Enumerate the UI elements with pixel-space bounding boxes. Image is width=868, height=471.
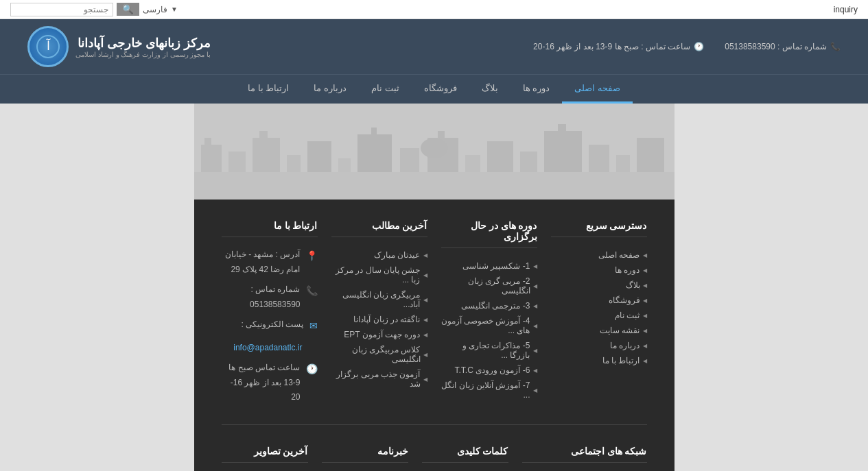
hours-info: 🕐 ساعت تماس : صبح ها 9-13 بعد از ظهر 16-… <box>533 42 704 51</box>
list-item[interactable]: 4- آموزش خصوصی آزمون های ... <box>441 313 537 338</box>
svg-rect-16 <box>465 155 480 172</box>
logo-area: مرکز زبانهای خارجی آپادانا با مجوز رسمی … <box>27 26 211 67</box>
list-item[interactable]: نقشه سایت <box>551 323 647 338</box>
gallery-title: آخرین تصاویر <box>222 446 308 463</box>
newsletter-title: خبرنامه <box>322 446 408 463</box>
location-icon: 📍 <box>306 247 318 265</box>
svg-rect-21 <box>589 145 609 172</box>
search-button[interactable]: 🔍 <box>117 3 139 16</box>
nav-item-register[interactable]: ثبت نام <box>359 75 412 104</box>
lang-dropdown-icon: ▼ <box>171 5 178 13</box>
footer-divider <box>222 424 647 425</box>
svg-rect-22 <box>616 155 630 172</box>
contact-address: آدرس : مشهد - خیابان امام رضا 42 پلاک 29 <box>222 247 301 277</box>
svg-rect-3 <box>201 145 222 172</box>
list-item[interactable]: فروشگاه <box>551 293 647 308</box>
phone-icon: 📞 <box>306 282 318 300</box>
svg-rect-18 <box>520 152 537 172</box>
list-item[interactable]: عیدتان مبارک <box>331 247 427 263</box>
svg-rect-9 <box>307 141 331 172</box>
list-item[interactable]: بلاگ <box>551 278 647 293</box>
list-item[interactable]: 3- مترجمی انگلیسی <box>441 298 537 313</box>
svg-rect-10 <box>338 158 351 172</box>
phone-icon: 📞 <box>830 42 841 51</box>
svg-rect-19 <box>544 131 582 172</box>
quick-access-list: صفحه اصلی دوره ها بلاگ فروشگاه ثبت نام ن… <box>551 247 647 368</box>
svg-text:آ: آ <box>46 38 51 53</box>
svg-rect-20 <box>558 124 566 131</box>
contact-hours: ساعت تماس صبح ها 9-13 بعد از ظهر 16-20 <box>222 361 301 405</box>
logo-title: مرکز زبانهای خارجی آپادانا <box>75 36 211 51</box>
current-courses-list: 1- شکسپیر شناسی 2- مربی گری زبان انگلیسی… <box>441 258 537 402</box>
hours-icon: 🕐 <box>306 361 318 378</box>
contact-info: 📍 آدرس : مشهد - خیابان امام رضا 42 پلاک … <box>222 247 318 405</box>
clock-icon: 🕐 <box>694 42 704 51</box>
nav-item-shop[interactable]: فروشگاه <box>412 75 469 104</box>
city-bg <box>194 104 675 200</box>
list-item[interactable]: 1- شکسپیر شناسی <box>441 258 537 274</box>
footer-gallery: آخرین تصاویر <box>222 446 308 471</box>
nav-item-about[interactable]: درباره ما <box>301 75 359 104</box>
list-item[interactable]: دوره ها <box>551 263 647 278</box>
svg-rect-4 <box>204 138 211 145</box>
search-input[interactable] <box>10 3 113 16</box>
list-item[interactable]: آزمون جذب مربی برگزار شد <box>331 367 427 391</box>
list-item[interactable]: 5- مذاکرات تجاری و بازرگا ... <box>441 338 537 363</box>
contact-email-label: پست الکترونیکی : <box>241 317 303 333</box>
latest-posts-title: آخرین مطالب <box>331 220 427 237</box>
svg-rect-17 <box>487 141 513 172</box>
contact-phone: شماره تماس : 05138583590 <box>222 282 301 312</box>
social-title: شبکه های اجتماعی <box>522 446 647 463</box>
svg-rect-13 <box>400 148 419 172</box>
footer-social: شبکه های اجتماعی ما را در شبکه های اجتما… <box>522 446 647 471</box>
footer-quick-access: دسترسی سریع صفحه اصلی دوره ها بلاگ فروشگ… <box>551 220 647 411</box>
list-item[interactable]: صفحه اصلی <box>551 247 647 263</box>
list-item[interactable]: جشن پایان سال در مرکز زبا ... <box>331 263 427 287</box>
phone-info: 📞 شماره تماس : 05138583590 <box>725 42 841 51</box>
svg-rect-23 <box>637 138 664 172</box>
nav-item-contact[interactable]: ارتباط با ما <box>235 75 301 104</box>
list-item[interactable]: ارتباط با ما <box>551 353 647 368</box>
quick-access-title: دسترسی سریع <box>551 220 647 237</box>
logo-subtitle: با مجوز رسمی از وزارت فرهنگ و ارشاد اسلا… <box>75 51 211 58</box>
list-item[interactable]: 2- مربی گری زبان انگلیسی <box>441 274 537 298</box>
footer-keywords: کلمات کلیدی event education course unive… <box>422 446 508 471</box>
svg-rect-7 <box>259 131 268 138</box>
list-item[interactable]: دوره جهت آزمون EPT <box>331 327 427 342</box>
footer-latest-posts: آخرین مطالب عیدتان مبارک جشن پایان سال د… <box>331 220 427 411</box>
nav-item-blog[interactable]: بلاگ <box>469 75 511 104</box>
svg-rect-8 <box>287 155 301 172</box>
svg-rect-2 <box>194 172 675 200</box>
list-item[interactable]: کلاس مربیگری زبان انگلیسی <box>331 342 427 367</box>
svg-rect-11 <box>357 134 392 172</box>
inquiry-text: inquiry <box>834 5 858 14</box>
email-icon: ✉ <box>309 317 318 335</box>
list-item[interactable]: ناگفته در زبان آپادانا <box>331 312 427 327</box>
lang-selector[interactable]: فارسی <box>143 5 167 14</box>
footer-dark: دسترسی سریع صفحه اصلی دوره ها بلاگ فروشگ… <box>194 200 675 471</box>
nav-item-courses[interactable]: دوره ها <box>511 75 563 104</box>
nav-item-home[interactable]: صفحه اصلی <box>562 75 633 104</box>
nav-bar: صفحه اصلی دوره ها بلاگ فروشگاه ثبت نام د… <box>0 74 868 104</box>
list-item[interactable]: 6- آزمون ورودی T.T.C <box>441 363 537 378</box>
svg-rect-25 <box>427 148 441 158</box>
list-item[interactable]: درباره ما <box>551 338 647 353</box>
keywords-title: کلمات کلیدی <box>422 446 508 463</box>
svg-rect-6 <box>253 138 280 172</box>
list-item[interactable]: ثبت نام <box>551 308 647 323</box>
logo-text: مرکز زبانهای خارجی آپادانا با مجوز رسمی … <box>75 36 211 58</box>
svg-rect-12 <box>371 128 377 134</box>
svg-rect-5 <box>228 152 246 172</box>
footer-newsletter: خبرنامه با عضویت در خبرنامه از آخرین خبر… <box>322 446 408 471</box>
svg-rect-15 <box>438 131 445 138</box>
footer-contact: ارتباط با ما 📍 آدرس : مشهد - خیابان امام… <box>222 220 318 411</box>
footer-current-courses: دوره های در حال برگزاری 1- شکسپیر شناسی … <box>441 220 537 411</box>
contact-title: ارتباط با ما <box>222 220 318 237</box>
current-courses-title: دوره های در حال برگزاری <box>441 220 537 248</box>
logo-icon: آ <box>27 26 69 67</box>
contact-email-link[interactable]: info@apadanatlc.ir <box>233 343 302 352</box>
list-item[interactable]: 7- آموزش آنلاین زبان انگل ... <box>441 378 537 402</box>
list-item[interactable]: مربیگری زبان انگلیسی آباد... <box>331 287 427 312</box>
latest-posts-list: عیدتان مبارک جشن پایان سال در مرکز زبا .… <box>331 247 427 391</box>
header-info: 📞 شماره تماس : 05138583590 🕐 ساعت تماس :… <box>533 42 841 51</box>
